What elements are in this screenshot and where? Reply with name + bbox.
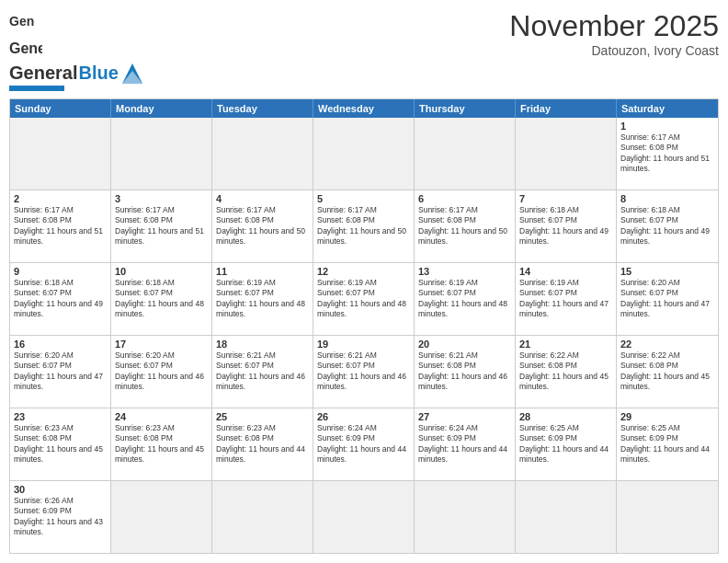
day-info: Sunrise: 6:17 AM Sunset: 6:08 PM Dayligh… <box>14 205 107 247</box>
day-number: 23 <box>14 411 107 422</box>
day-cell-1-3: 5Sunrise: 6:17 AM Sunset: 6:08 PM Daylig… <box>313 190 415 262</box>
day-cell-1-4: 6Sunrise: 6:17 AM Sunset: 6:08 PM Daylig… <box>415 190 516 262</box>
day-info: Sunrise: 6:19 AM Sunset: 6:07 PM Dayligh… <box>519 278 612 320</box>
day-cell-4-5: 28Sunrise: 6:25 AM Sunset: 6:09 PM Dayli… <box>516 408 617 480</box>
day-number: 9 <box>14 266 107 277</box>
header-tuesday: Tuesday <box>212 99 313 118</box>
day-number: 28 <box>519 411 612 422</box>
day-info: Sunrise: 6:18 AM Sunset: 6:07 PM Dayligh… <box>620 205 714 247</box>
week-row-6: 30Sunrise: 6:26 AM Sunset: 6:09 PM Dayli… <box>10 481 718 553</box>
day-cell-4-3: 26Sunrise: 6:24 AM Sunset: 6:09 PM Dayli… <box>313 408 415 480</box>
day-cell-0-5 <box>516 118 617 190</box>
week-row-4: 16Sunrise: 6:20 AM Sunset: 6:07 PM Dayli… <box>10 336 718 408</box>
day-info: Sunrise: 6:22 AM Sunset: 6:08 PM Dayligh… <box>620 350 714 393</box>
day-number: 10 <box>115 266 208 277</box>
calendar-body: 1Sunrise: 6:17 AM Sunset: 6:08 PM Daylig… <box>10 118 718 553</box>
day-cell-3-6: 22Sunrise: 6:22 AM Sunset: 6:08 PM Dayli… <box>617 336 718 408</box>
day-number: 12 <box>317 266 410 277</box>
day-cell-0-1 <box>111 118 212 190</box>
day-cell-5-5 <box>516 481 617 553</box>
day-cell-1-1: 3Sunrise: 6:17 AM Sunset: 6:08 PM Daylig… <box>111 190 212 262</box>
day-info: Sunrise: 6:21 AM Sunset: 6:07 PM Dayligh… <box>317 350 410 393</box>
day-cell-5-1 <box>111 481 212 553</box>
day-info: Sunrise: 6:19 AM Sunset: 6:07 PM Dayligh… <box>418 278 511 320</box>
day-cell-2-5: 14Sunrise: 6:19 AM Sunset: 6:07 PM Dayli… <box>516 263 617 335</box>
header-wednesday: Wednesday <box>313 99 415 118</box>
header-thursday: Thursday <box>415 99 516 118</box>
day-info: Sunrise: 6:17 AM Sunset: 6:08 PM Dayligh… <box>216 205 309 247</box>
day-info: Sunrise: 6:26 AM Sunset: 6:09 PM Dayligh… <box>14 496 107 538</box>
day-cell-1-0: 2Sunrise: 6:17 AM Sunset: 6:08 PM Daylig… <box>10 190 111 262</box>
day-cell-5-3 <box>313 481 415 553</box>
day-number: 29 <box>620 411 714 422</box>
logo-bar <box>9 86 64 91</box>
day-cell-4-0: 23Sunrise: 6:23 AM Sunset: 6:08 PM Dayli… <box>10 408 111 480</box>
day-info: Sunrise: 6:17 AM Sunset: 6:08 PM Dayligh… <box>418 205 511 247</box>
day-info: Sunrise: 6:23 AM Sunset: 6:08 PM Dayligh… <box>115 423 208 465</box>
day-number: 18 <box>216 339 309 350</box>
day-cell-3-4: 20Sunrise: 6:21 AM Sunset: 6:08 PM Dayli… <box>415 336 516 408</box>
day-cell-2-3: 12Sunrise: 6:19 AM Sunset: 6:07 PM Dayli… <box>313 263 415 335</box>
day-cell-4-1: 24Sunrise: 6:23 AM Sunset: 6:08 PM Dayli… <box>111 408 212 480</box>
day-info: Sunrise: 6:23 AM Sunset: 6:08 PM Dayligh… <box>14 423 107 465</box>
day-cell-2-0: 9Sunrise: 6:18 AM Sunset: 6:07 PM Daylig… <box>10 263 111 335</box>
day-cell-3-5: 21Sunrise: 6:22 AM Sunset: 6:08 PM Dayli… <box>516 336 617 408</box>
day-cell-0-4 <box>415 118 516 190</box>
day-info: Sunrise: 6:24 AM Sunset: 6:09 PM Dayligh… <box>317 423 410 465</box>
day-number: 30 <box>14 484 107 495</box>
day-info: Sunrise: 6:19 AM Sunset: 6:07 PM Dayligh… <box>317 278 410 320</box>
day-number: 2 <box>14 193 107 204</box>
header-saturday: Saturday <box>617 99 718 118</box>
day-cell-4-4: 27Sunrise: 6:24 AM Sunset: 6:09 PM Dayli… <box>415 408 516 480</box>
day-cell-2-1: 10Sunrise: 6:18 AM Sunset: 6:07 PM Dayli… <box>111 263 212 335</box>
day-info: Sunrise: 6:17 AM Sunset: 6:08 PM Dayligh… <box>317 205 410 247</box>
day-cell-2-6: 15Sunrise: 6:20 AM Sunset: 6:07 PM Dayli… <box>617 263 718 335</box>
subtitle: Datouzon, Ivory Coast <box>509 43 719 58</box>
day-number: 3 <box>115 193 208 204</box>
day-cell-3-0: 16Sunrise: 6:20 AM Sunset: 6:07 PM Dayli… <box>10 336 111 408</box>
logo-triangle <box>122 63 142 84</box>
day-cell-2-2: 11Sunrise: 6:19 AM Sunset: 6:07 PM Dayli… <box>212 263 313 335</box>
day-cell-4-2: 25Sunrise: 6:23 AM Sunset: 6:08 PM Dayli… <box>212 408 313 480</box>
day-number: 19 <box>317 339 410 350</box>
logo-blue: Blue <box>78 63 118 84</box>
day-info: Sunrise: 6:20 AM Sunset: 6:07 PM Dayligh… <box>620 278 714 320</box>
day-number: 21 <box>519 339 612 350</box>
day-info: Sunrise: 6:23 AM Sunset: 6:08 PM Dayligh… <box>216 423 309 465</box>
header-sunday: Sunday <box>10 99 111 118</box>
week-row-1: 1Sunrise: 6:17 AM Sunset: 6:08 PM Daylig… <box>10 118 718 190</box>
day-number: 7 <box>519 193 612 204</box>
general-blue-logo: General <box>9 35 42 63</box>
day-info: Sunrise: 6:25 AM Sunset: 6:09 PM Dayligh… <box>519 423 612 465</box>
day-cell-5-6 <box>617 481 718 553</box>
header: General General General Blue November 20… <box>9 9 719 91</box>
svg-text:General: General <box>9 40 42 56</box>
header-friday: Friday <box>516 99 617 118</box>
day-number: 13 <box>418 266 511 277</box>
day-cell-0-0 <box>10 118 111 190</box>
day-info: Sunrise: 6:22 AM Sunset: 6:08 PM Dayligh… <box>519 350 612 393</box>
header-monday: Monday <box>111 99 212 118</box>
day-number: 27 <box>418 411 511 422</box>
day-cell-1-5: 7Sunrise: 6:18 AM Sunset: 6:07 PM Daylig… <box>516 190 617 262</box>
day-info: Sunrise: 6:25 AM Sunset: 6:09 PM Dayligh… <box>620 423 714 465</box>
week-row-2: 2Sunrise: 6:17 AM Sunset: 6:08 PM Daylig… <box>10 190 718 263</box>
day-cell-3-2: 18Sunrise: 6:21 AM Sunset: 6:07 PM Dayli… <box>212 336 313 408</box>
day-cell-5-4 <box>415 481 516 553</box>
month-title: November 2025 <box>509 9 719 43</box>
day-cell-3-3: 19Sunrise: 6:21 AM Sunset: 6:07 PM Dayli… <box>313 336 415 408</box>
day-cell-3-1: 17Sunrise: 6:20 AM Sunset: 6:07 PM Dayli… <box>111 336 212 408</box>
title-block: November 2025 Datouzon, Ivory Coast <box>509 9 719 58</box>
day-info: Sunrise: 6:17 AM Sunset: 6:08 PM Dayligh… <box>115 205 208 247</box>
day-info: Sunrise: 6:18 AM Sunset: 6:07 PM Dayligh… <box>14 278 107 320</box>
logo: General General General Blue <box>9 9 142 91</box>
day-info: Sunrise: 6:17 AM Sunset: 6:08 PM Dayligh… <box>620 132 714 175</box>
day-number: 8 <box>620 193 714 204</box>
day-cell-1-2: 4Sunrise: 6:17 AM Sunset: 6:08 PM Daylig… <box>212 190 313 262</box>
calendar: Sunday Monday Tuesday Wednesday Thursday… <box>9 98 719 554</box>
day-info: Sunrise: 6:19 AM Sunset: 6:07 PM Dayligh… <box>216 278 309 320</box>
day-number: 6 <box>418 193 511 204</box>
day-number: 15 <box>620 266 714 277</box>
week-row-5: 23Sunrise: 6:23 AM Sunset: 6:08 PM Dayli… <box>10 408 718 481</box>
logo-icon: General <box>9 9 35 35</box>
